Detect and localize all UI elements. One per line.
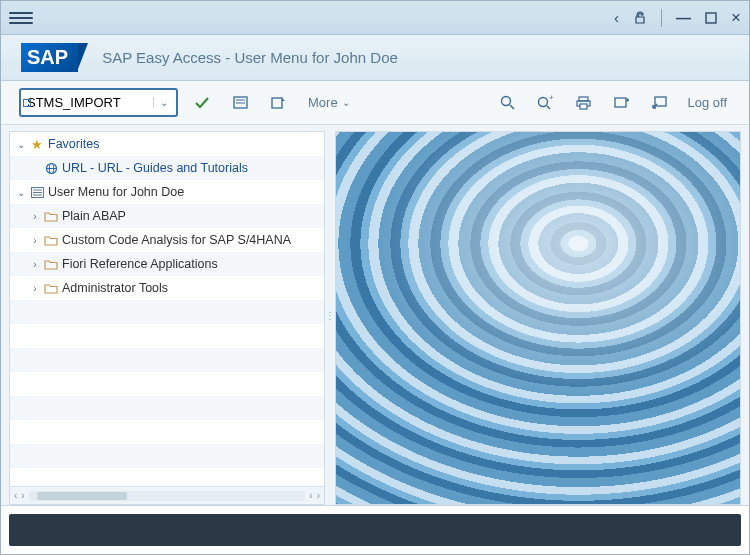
content-area: ⌄ ★ Favorites URL - URL - Guides and Tut… [1, 125, 749, 506]
scrollbar-track[interactable] [29, 491, 306, 501]
command-field-container: ⌄ [19, 88, 178, 117]
folder-icon [42, 211, 60, 222]
shortcut-button[interactable] [645, 89, 673, 117]
svg-rect-4 [272, 98, 282, 108]
chevron-down-icon[interactable]: ⌄ [14, 139, 28, 150]
divider [661, 9, 662, 27]
more-button[interactable]: More ⌄ [302, 95, 356, 110]
navigation-tree[interactable]: ⌄ ★ Favorites URL - URL - Guides and Tut… [10, 132, 324, 486]
scroll-right-icon[interactable]: › [21, 490, 24, 501]
tree-label: User Menu for John Doe [46, 185, 184, 199]
logoff-button[interactable]: Log off [683, 95, 731, 110]
tree-node-folder[interactable]: › Administrator Tools [10, 276, 324, 300]
splitter-handle[interactable]: ⋮ [325, 125, 335, 505]
menu-root-icon [28, 187, 46, 198]
back-icon[interactable]: ‹ [614, 9, 619, 26]
svg-rect-0 [706, 13, 716, 23]
search-button[interactable] [493, 89, 521, 117]
chevron-right-icon[interactable]: › [28, 211, 42, 222]
unlock-icon[interactable] [633, 11, 647, 25]
titlebar: ‹ — × [1, 1, 749, 35]
chevron-right-icon[interactable]: › [28, 235, 42, 246]
scrollbar-thumb[interactable] [37, 492, 127, 500]
user-menu-button[interactable] [264, 89, 292, 117]
tree-node-folder[interactable]: › Custom Code Analysis for SAP S/4HANA [10, 228, 324, 252]
favorites-icon: ★ [28, 137, 46, 152]
hamburger-menu-icon[interactable] [9, 6, 33, 30]
folder-icon [42, 235, 60, 246]
tree-row-empty [10, 420, 324, 444]
folder-icon [42, 259, 60, 270]
tree-row-empty [10, 444, 324, 468]
tree-label: Custom Code Analysis for SAP S/4HANA [60, 233, 291, 247]
tree-label: URL - URL - Guides and Tutorials [60, 161, 248, 175]
svg-point-7 [538, 98, 547, 107]
maximize-icon[interactable] [705, 12, 717, 24]
svg-point-5 [501, 97, 510, 106]
tree-label: Plain ABAP [60, 209, 126, 223]
chevron-down-icon: ⌄ [342, 97, 350, 108]
print-button[interactable] [569, 89, 597, 117]
menu-node-button[interactable] [226, 89, 254, 117]
status-bar [9, 514, 741, 546]
navigation-tree-panel: ⌄ ★ Favorites URL - URL - Guides and Tut… [9, 131, 325, 505]
tree-node-favorites[interactable]: ⌄ ★ Favorites [10, 132, 324, 156]
svg-rect-12 [580, 104, 587, 109]
background-image-panel [335, 131, 741, 505]
chevron-right-icon[interactable]: › [28, 259, 42, 270]
tree-row-empty [10, 300, 324, 324]
svg-rect-13 [615, 98, 626, 107]
chevron-right-icon[interactable]: › [28, 283, 42, 294]
more-label: More [308, 95, 338, 110]
svg-line-6 [510, 105, 514, 109]
chevron-down-icon[interactable]: ⌄ [14, 187, 28, 198]
scroll-left-icon[interactable]: ‹ [14, 490, 17, 501]
scroll-left-icon[interactable]: ‹ [309, 490, 312, 501]
sap-logo: SAP [21, 43, 78, 72]
tree-row-empty [10, 372, 324, 396]
url-link-icon [42, 162, 60, 175]
tree-label: Favorites [46, 137, 99, 151]
tree-row-empty [10, 324, 324, 348]
close-icon[interactable]: × [731, 8, 741, 28]
tree-label: Fiori Reference Applications [60, 257, 218, 271]
command-dropdown[interactable]: ⌄ [153, 97, 174, 108]
minimize-icon[interactable]: — [676, 9, 691, 26]
toolbar: ⌄ More ⌄ + Log off [1, 81, 749, 125]
tree-node-user-menu[interactable]: ⌄ User Menu for John Doe [10, 180, 324, 204]
tree-row-empty [10, 348, 324, 372]
svg-line-8 [547, 106, 550, 109]
search-next-button[interactable]: + [531, 89, 559, 117]
svg-text:+: + [549, 95, 554, 102]
tree-horizontal-scrollbar[interactable]: ‹ › ‹ › [10, 486, 324, 504]
tree-node-folder[interactable]: › Plain ABAP [10, 204, 324, 228]
app-window: ‹ — × SAP SAP Easy Access - User Menu fo… [0, 0, 750, 555]
scroll-right-icon[interactable]: › [317, 490, 320, 501]
command-field[interactable] [23, 92, 153, 113]
tree-label: Administrator Tools [60, 281, 168, 295]
folder-icon [42, 283, 60, 294]
tree-row-empty [10, 396, 324, 420]
header: SAP SAP Easy Access - User Menu for John… [1, 35, 749, 81]
execute-button[interactable] [188, 89, 216, 117]
tree-node-fav-item[interactable]: URL - URL - Guides and Tutorials [10, 156, 324, 180]
tree-node-folder[interactable]: › Fiori Reference Applications [10, 252, 324, 276]
new-session-button[interactable] [607, 89, 635, 117]
page-title: SAP Easy Access - User Menu for John Doe [102, 49, 398, 66]
